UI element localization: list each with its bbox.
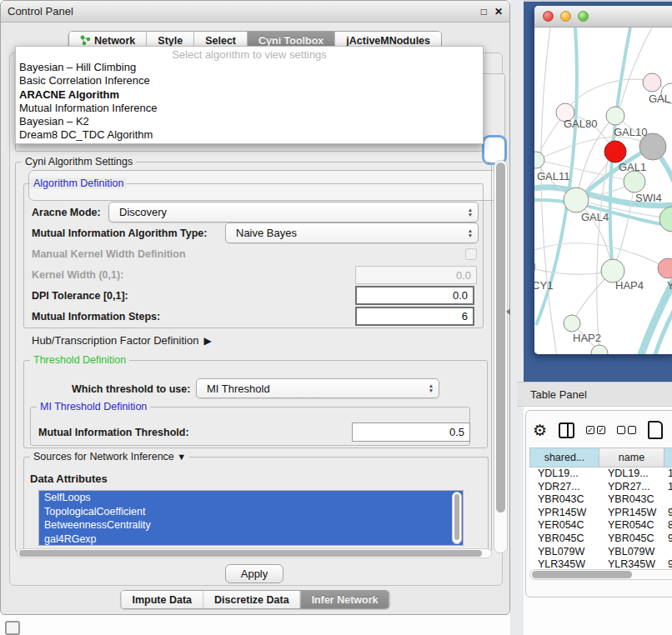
table-panel-titlebar[interactable]: Table Panel	[517, 382, 672, 407]
apply-button[interactable]: Apply	[225, 564, 283, 583]
minimize-traffic-light-icon[interactable]	[560, 11, 571, 22]
node-pink-right[interactable]	[658, 258, 672, 278]
table-cell: 9.	[664, 532, 672, 546]
kernel-width-label: Kernel Width (0,1):	[32, 269, 123, 281]
node-gal1[interactable]	[624, 171, 645, 192]
algorithm-definition-title: Algorithm Definition	[30, 178, 127, 189]
table-cell: YBR043C	[599, 493, 664, 507]
minimized-window-icon[interactable]	[5, 621, 20, 635]
settings-horizontal-scrollbar[interactable]	[17, 548, 492, 558]
split-columns-icon[interactable]	[559, 422, 574, 438]
node-swi4[interactable]	[659, 207, 672, 232]
tab-impute-data[interactable]: Impute Data	[121, 591, 203, 608]
select-all-columns-icon[interactable]: ✓✓	[586, 426, 605, 434]
column-header-shared-[interactable]: shared...	[529, 448, 599, 468]
dpi-tolerance-label: DPI Tolerance [0,1]:	[32, 290, 128, 302]
combo-spinner-icon: ▲▼	[463, 208, 478, 218]
which-threshold-combobox[interactable]: MI Threshold ▲▼	[196, 378, 439, 398]
table-row[interactable]: YBR043CYBR043C	[529, 493, 672, 507]
attribute-list-item[interactable]: SelfLoops	[39, 491, 463, 505]
table-cell: YBR045C	[599, 532, 664, 546]
network-canvas[interactable]: GALGAL80GAL10GAL11GAL1SWI4GAL4GCY1HAP4YH…	[534, 28, 672, 354]
settings-vertical-scrollbar[interactable]	[494, 160, 508, 553]
hub-definition-disclosure[interactable]: Hub/Transcription Factor Definition▶	[32, 334, 212, 347]
attribute-list-item[interactable]: BetweennessCentrality	[39, 518, 463, 532]
screen: Control Panel □ ✕ NetworkStyleSelectCyni…	[0, 0, 672, 635]
zoom-traffic-light-icon[interactable]	[578, 11, 589, 22]
deselect-all-columns-icon[interactable]	[617, 426, 636, 434]
table-cell: YDL19...	[599, 468, 664, 481]
algorithm-option[interactable]: Bayesian – K2	[16, 115, 483, 128]
algorithm-option[interactable]: ARACNE Algorithm	[16, 88, 483, 102]
mi-threshold-label: Mutual Information Threshold:	[38, 427, 189, 438]
algorithm-option[interactable]: Basic Correlation Inference	[16, 74, 483, 88]
table-cell: YBL079W	[599, 546, 664, 559]
table-row[interactable]: YER054CYER054C8.	[529, 519, 672, 532]
node-label: GAL11	[537, 170, 570, 182]
table-cell: 9.	[664, 507, 672, 520]
node-gal10[interactable]	[606, 107, 624, 125]
kernel-width-field[interactable]: 0.0	[355, 266, 477, 284]
table-horizontal-scrollbar[interactable]	[529, 569, 672, 580]
node-label: GCY1	[534, 279, 553, 292]
table-row[interactable]: YDL19...YDL19...13	[529, 468, 672, 481]
table-document-icon[interactable]	[648, 421, 663, 439]
algorithm-option[interactable]: Mutual Information Inference	[16, 102, 483, 115]
algorithm-select-popup: Select algorithm to view settings Bayesi…	[15, 46, 484, 144]
table-toolbar: ⚙ ✓✓	[533, 418, 663, 442]
table-row[interactable]: YPR145WYPR145W9.	[529, 507, 672, 520]
data-attributes-list[interactable]: SelfLoopsTopologicalCoefficientBetweenne…	[38, 490, 464, 546]
node-gcy1[interactable]	[534, 258, 535, 275]
node-hap2[interactable]	[564, 315, 580, 332]
table-cell: 8.	[664, 519, 672, 532]
manual-kernel-width-checkbox[interactable]	[465, 248, 477, 260]
node-red[interactable]	[604, 141, 626, 162]
splitter-arrow-icon[interactable]	[506, 308, 510, 315]
close-traffic-light-icon[interactable]	[543, 11, 554, 22]
table-cell: 9.	[664, 558, 672, 569]
aracne-mode-label: Aracne Mode:	[32, 207, 101, 218]
network-window-titlebar[interactable]	[534, 6, 672, 28]
panel-divider[interactable]	[510, 0, 524, 635]
table-cell: YER054C	[599, 519, 664, 532]
node-gal4[interactable]	[564, 188, 589, 212]
table-row[interactable]: YDR27...YDR27...12	[529, 481, 672, 494]
attribute-list-item[interactable]: gal4RGexp	[39, 532, 463, 547]
table-header-row: shared...nameA	[529, 448, 672, 468]
dpi-tolerance-field[interactable]: 0.0	[355, 286, 474, 305]
mi-threshold-field[interactable]: 0.5	[352, 422, 470, 442]
tab-infer-network[interactable]: Infer Network	[301, 591, 389, 608]
algorithm-option[interactable]: Dream8 DC_TDC Algorithm	[16, 128, 483, 142]
algorithm-option[interactable]: Bayesian – Hill Climbing	[16, 61, 483, 74]
table-row[interactable]: YBR045CYBR045C9.	[529, 532, 672, 546]
node-label: GAL1	[619, 161, 646, 173]
table-cell: YLR345W	[529, 558, 599, 569]
close-window-icon[interactable]: ✕	[494, 6, 503, 18]
mi-steps-field[interactable]: 6	[355, 307, 474, 326]
table-row[interactable]: YBL079WYBL079W	[529, 546, 672, 559]
table-cell: YDR27...	[529, 481, 599, 494]
attribute-list-item[interactable]: TopologicalCoefficient	[39, 505, 463, 519]
control-panel-titlebar[interactable]: Control Panel □ ✕	[1, 1, 509, 22]
aracne-mode-combobox[interactable]: Discovery ▲▼	[108, 202, 479, 222]
table-cell: YBR043C	[529, 493, 599, 507]
node-label: Y	[667, 279, 672, 292]
table-cell: 13	[664, 468, 672, 481]
mi-algorithm-type-label: Mutual Information Algorithm Type:	[32, 228, 207, 239]
table-row[interactable]: YLR345WYLR345W9.	[529, 558, 672, 569]
attributes-list-scrollbar[interactable]	[452, 492, 462, 544]
settings-scrollbar-thumb[interactable]	[496, 162, 505, 512]
tab-discretize-data[interactable]: Discretize Data	[203, 591, 301, 608]
network-view-window[interactable]: GALGAL80GAL10GAL11GAL1SWI4GAL4GCY1HAP4YH…	[534, 6, 672, 354]
node-pink-top[interactable]	[643, 73, 661, 92]
mi-algorithm-type-combobox[interactable]: Naive Bayes ▲▼	[225, 222, 479, 243]
node-label: GAL4	[581, 211, 609, 223]
table-cell: YPR145W	[599, 507, 664, 520]
which-threshold-label: Which threshold to use:	[72, 383, 190, 395]
mi-steps-label: Mutual Information Steps:	[32, 311, 160, 322]
column-header-name[interactable]: name	[599, 448, 664, 468]
float-window-icon[interactable]: □	[481, 6, 487, 18]
column-header-a[interactable]: A	[664, 448, 672, 468]
node-gal11[interactable]	[534, 152, 544, 168]
gear-icon[interactable]: ⚙	[533, 422, 547, 438]
